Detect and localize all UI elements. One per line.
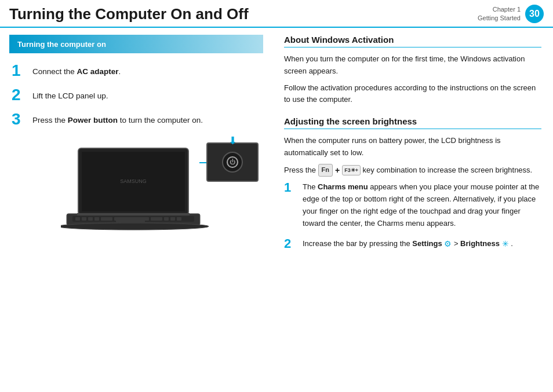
svg-rect-6	[82, 217, 86, 221]
step-3: 3 Press the Power button to turn the com…	[9, 112, 263, 127]
plus-symbol: +	[335, 164, 340, 177]
svg-rect-7	[88, 217, 93, 221]
svg-text:SAMSUNG: SAMSUNG	[120, 178, 147, 184]
step-1-number: 1	[12, 63, 32, 79]
brightness-step-1-number: 1	[284, 181, 303, 194]
step-3-number: 3	[12, 111, 32, 127]
brightness-icon: ✳	[502, 237, 509, 250]
step-2: 2 Lift the LCD panel up.	[9, 88, 263, 103]
svg-rect-14	[177, 217, 181, 221]
brightness-bold: Brightness	[460, 239, 500, 248]
svg-rect-13	[170, 217, 175, 221]
svg-rect-17	[77, 213, 190, 215]
fn-key: Fn	[318, 164, 333, 177]
svg-rect-16	[116, 218, 145, 223]
power-button-zoom: ⬇ ⏻	[206, 142, 259, 182]
chapter-info: Chapter 1 Getting Started 30	[478, 5, 544, 23]
page-number: 30	[525, 5, 544, 23]
gear-icon: ⚙	[444, 237, 452, 250]
section-header-text: Turning the computer on	[17, 40, 106, 49]
key-combination: Fn + F3☀+	[318, 164, 361, 177]
section-header: Turning the computer on	[9, 35, 263, 53]
svg-rect-9	[101, 217, 112, 221]
laptop-illustration: SAMSUNG	[9, 137, 263, 238]
svg-rect-12	[164, 217, 169, 221]
brightness-step-1-text: The Charms menu appears when you place y…	[303, 181, 541, 229]
screen-brightness-intro: When the computer runs on battery power,…	[284, 135, 541, 159]
content-area: Turning the computer on 1 Connect the AC…	[0, 28, 553, 386]
svg-rect-8	[94, 217, 99, 221]
windows-activation-section: About Windows Activation When you turn t…	[284, 35, 541, 106]
windows-activation-para2: Follow the activation procedures accordi…	[284, 82, 541, 107]
step-1-text: Connect the AC adapter.	[32, 64, 121, 78]
step-3-bold: Power button	[68, 116, 118, 124]
svg-rect-5	[75, 217, 80, 221]
step-2-number: 2	[12, 87, 32, 103]
laptop-svg: SAMSUNG	[61, 145, 212, 238]
chapter-text: Chapter 1 Getting Started	[478, 5, 521, 23]
svg-rect-11	[151, 217, 162, 221]
step-1: 1 Connect the AC adapter.	[9, 64, 263, 79]
svg-point-15	[61, 223, 209, 230]
screen-brightness-title: Adjusting the screen brightness	[284, 116, 541, 129]
chapter-label: Chapter 1	[478, 5, 521, 14]
brightness-step-2-number: 2	[284, 237, 303, 250]
brightness-step-2: 2 Increase the bar by pressing the Setti…	[284, 237, 541, 250]
page-title: Turning the Computer On and Off	[9, 5, 249, 23]
settings-bold: Settings	[412, 239, 442, 248]
left-column: Turning the computer on 1 Connect the AC…	[0, 28, 272, 386]
charms-menu-bold: Charms menu	[318, 182, 368, 191]
brightness-step-2-text: Increase the bar by pressing the Setting…	[303, 237, 513, 250]
chapter-sublabel: Getting Started	[478, 14, 521, 23]
step-1-bold: AC adapter	[77, 67, 119, 76]
right-column: About Windows Activation When you turn t…	[272, 28, 553, 386]
step-3-text: Press the Power button to turn the compu…	[32, 112, 203, 126]
brightness-step-1: 1 The Charms menu appears when you place…	[284, 181, 541, 229]
page-header: Turning the Computer On and Off Chapter …	[0, 0, 553, 28]
screen-brightness-section: Adjusting the screen brightness When the…	[284, 116, 541, 251]
windows-activation-title: About Windows Activation	[284, 35, 541, 47]
step-2-text: Lift the LCD panel up.	[32, 88, 108, 102]
f3-key: F3☀+	[342, 165, 361, 175]
windows-activation-para1: When you turn the computer on for the fi…	[284, 53, 541, 78]
key-combo-text: Press the Fn + F3☀+ key combination to i…	[284, 164, 541, 177]
